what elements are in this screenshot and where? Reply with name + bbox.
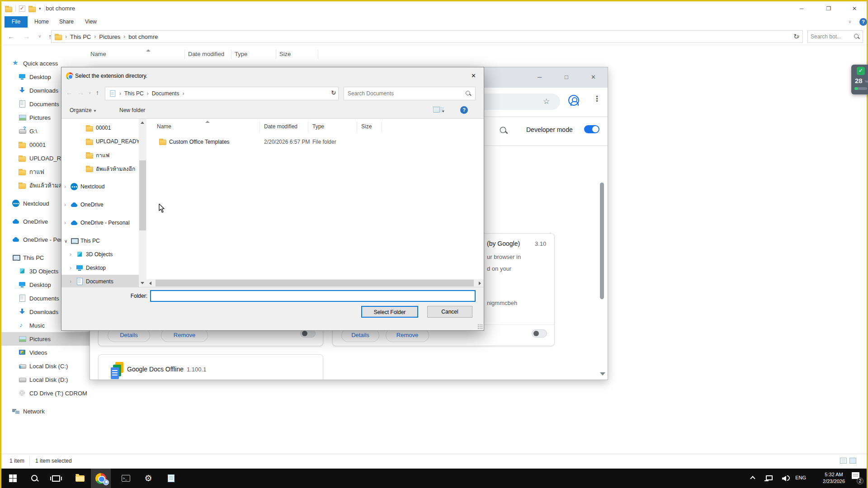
tree-chevron-icon[interactable]: › <box>70 278 76 285</box>
column-divider[interactable] <box>357 122 357 132</box>
tree-chevron-icon[interactable]: › <box>70 265 76 271</box>
tree-item[interactable]: › OneDrive - Personal <box>61 216 139 230</box>
tree-item[interactable]: › 3D Objects <box>61 248 139 261</box>
start-button[interactable] <box>3 469 23 488</box>
tree-chevron-icon[interactable]: ∨ <box>64 239 71 244</box>
scrollbar-thumb[interactable] <box>600 183 604 299</box>
tree-item[interactable]: › Nextcloud <box>61 180 139 193</box>
breadcrumb-this-pc[interactable]: This PC <box>124 90 144 97</box>
column-divider[interactable] <box>308 122 308 132</box>
forward-icon[interactable]: → <box>78 89 84 96</box>
column-divider[interactable] <box>259 122 260 132</box>
refresh-icon[interactable]: ↻ <box>793 28 799 45</box>
sidebar-item[interactable]: Local Disk (C:) <box>1 359 101 373</box>
tree-item[interactable]: › Desktop <box>61 261 139 275</box>
minimize-button[interactable]: ─ <box>791 1 812 16</box>
column-header-type[interactable]: Type <box>235 51 247 57</box>
sidebar-item[interactable]: Network <box>1 404 101 418</box>
speaker-icon[interactable] <box>782 476 786 481</box>
column-divider[interactable] <box>184 50 185 59</box>
horizontal-scrollbar[interactable] <box>146 279 484 287</box>
column-divider[interactable] <box>318 50 318 59</box>
profile-icon[interactable] <box>568 95 579 106</box>
breadcrumb-bot-chomre[interactable]: bot chomre <box>128 33 158 40</box>
tree-chevron-icon[interactable]: › <box>64 220 71 226</box>
developer-mode-toggle[interactable] <box>584 125 599 133</box>
clock[interactable]: 5:32 AM 2/23/2026 <box>823 471 845 485</box>
tree-item[interactable]: ∨ This PC <box>61 234 139 248</box>
back-icon[interactable]: ← <box>66 89 72 96</box>
back-icon[interactable]: ← <box>8 28 14 45</box>
chrome-minimize-button[interactable]: ─ <box>538 74 542 80</box>
cancel-button[interactable]: Cancel <box>427 306 472 318</box>
scroll-up-icon[interactable] <box>141 122 144 124</box>
tab-share[interactable]: Share <box>59 16 74 28</box>
forward-icon[interactable]: → <box>23 28 30 45</box>
column-divider[interactable] <box>382 122 382 132</box>
large-icons-view-icon[interactable] <box>849 458 856 464</box>
search-box[interactable]: Search bot... <box>807 30 863 43</box>
close-button[interactable]: ✕ <box>844 1 865 16</box>
column-header-size[interactable]: Size <box>279 51 291 57</box>
scroll-down-icon[interactable] <box>141 282 144 284</box>
organize-button[interactable]: Organize ▼ <box>70 107 97 113</box>
new-folder-qat-icon[interactable] <box>28 7 36 12</box>
taskbar-file-explorer[interactable] <box>70 469 90 488</box>
tree-chevron-icon[interactable]: › <box>64 183 71 190</box>
recent-locations-icon[interactable]: ˅ <box>38 28 41 45</box>
up-icon[interactable]: ↑ <box>96 89 99 96</box>
view-mode-button[interactable]: ▼ <box>433 107 445 114</box>
column-header-type[interactable]: Type <box>312 123 324 130</box>
task-view-button[interactable] <box>46 469 66 488</box>
taskbar-settings[interactable]: ⚙ <box>138 469 158 488</box>
tab-view[interactable]: View <box>85 16 97 28</box>
column-header-size[interactable]: Size <box>361 123 372 130</box>
search-icon[interactable] <box>465 90 472 97</box>
extension-toggle[interactable] <box>532 329 547 338</box>
scroll-down-icon[interactable] <box>600 372 605 375</box>
tree-scrollbar[interactable] <box>139 119 146 287</box>
tab-home[interactable]: Home <box>34 16 49 28</box>
scroll-right-icon[interactable] <box>479 282 481 285</box>
dialog-help-icon[interactable]: ? <box>460 106 468 114</box>
breadcrumb[interactable]: › This PC › Pictures › bot chomre ˅ <box>51 30 803 43</box>
hidden-icons-chevron[interactable] <box>750 476 755 481</box>
ribbon-expand-icon[interactable]: ˅ <box>849 16 851 28</box>
search-icon[interactable] <box>854 33 860 40</box>
tree-scrollbar-thumb[interactable] <box>139 160 146 230</box>
sidebar-item[interactable]: CD Drive (T:) CDROM <box>1 386 101 400</box>
resize-grip[interactable] <box>478 324 482 329</box>
column-header-date-modified[interactable]: Date modified <box>188 51 224 57</box>
qat-dropdown-icon[interactable]: ▾ <box>39 6 41 11</box>
details-view-icon[interactable] <box>840 458 847 464</box>
tree-chevron-icon[interactable]: › <box>64 202 71 208</box>
horizontal-scrollbar-thumb[interactable] <box>156 280 474 286</box>
properties-check-icon[interactable] <box>19 5 25 12</box>
column-divider[interactable] <box>231 50 231 59</box>
taskbar-command-prompt[interactable]: >_ <box>116 469 136 488</box>
chrome-close-button[interactable]: ✕ <box>591 74 596 80</box>
language-indicator[interactable]: ENG <box>795 475 806 480</box>
dialog-close-button[interactable]: ✕ <box>463 67 484 84</box>
tree-item[interactable]: อัพแล้วห้ามลงอีก <box>61 162 139 175</box>
file-row-custom-office-templates[interactable]: Custom Office Templates 2/20/2026 6:57 P… <box>146 135 484 149</box>
tab-file[interactable]: File <box>5 16 28 28</box>
taskbar-search-button[interactable] <box>25 469 45 488</box>
scroll-left-icon[interactable] <box>149 282 151 285</box>
folder-input[interactable] <box>150 290 476 302</box>
antivirus-widget[interactable]: 28 % <box>851 65 868 94</box>
new-folder-button[interactable]: New folder <box>119 107 145 113</box>
breadcrumb-pictures[interactable]: Pictures <box>99 33 120 40</box>
tree-item[interactable]: › OneDrive <box>61 198 139 211</box>
tree-item[interactable]: › Documents <box>61 275 139 287</box>
taskbar-notepad[interactable] <box>161 469 181 488</box>
column-header-name[interactable]: Name <box>157 123 171 130</box>
recent-locations-icon[interactable]: ˅ <box>89 91 91 95</box>
tree-item[interactable]: 00001 <box>61 121 139 135</box>
restore-button[interactable]: ❐ <box>818 1 839 16</box>
column-divider[interactable] <box>276 50 276 59</box>
breadcrumb-this-pc[interactable]: This PC <box>70 33 91 40</box>
sidebar-item[interactable]: Pictures <box>1 332 101 346</box>
tree-item[interactable]: กาแฟ <box>61 148 139 162</box>
dialog-search-box[interactable]: Search Documents <box>344 87 476 100</box>
